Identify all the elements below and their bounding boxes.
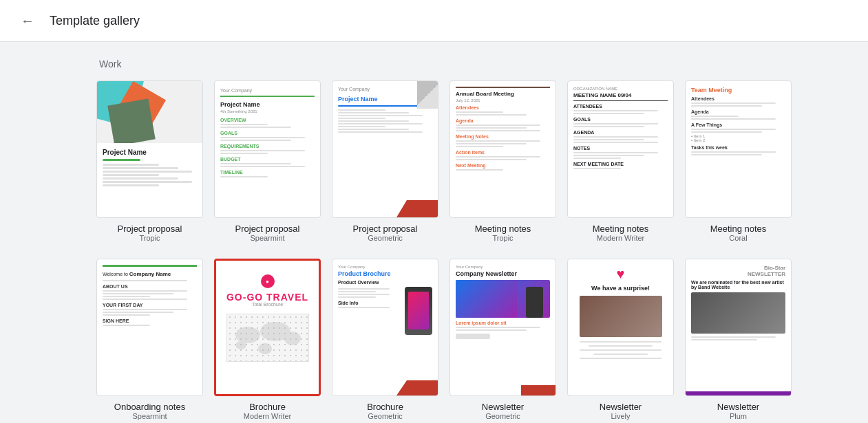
template-sub-news-geo: Geometric: [485, 412, 520, 420]
template-sub-mn-tropic: Tropic: [492, 234, 513, 242]
svg-point-2: [284, 332, 301, 345]
template-item-mn-mw[interactable]: ORGANIZATION NAME MEETING NAME 09/04 ATT…: [567, 80, 674, 242]
template-name-pp-tropic: Project proposal: [118, 224, 182, 234]
app-container: ← Template gallery Work Project Name: [0, 0, 868, 423]
svg-point-4: [235, 341, 246, 349]
template-item-mn-coral[interactable]: Team Meeting Attendees Agenda A Few Thin…: [685, 80, 792, 242]
template-name-mn-mw: Meeting notes: [593, 224, 649, 234]
template-thumb-broch-mw[interactable]: ● GO-GO TRAVEL Total Brochure: [214, 259, 321, 396]
template-thumb-mn-coral[interactable]: Team Meeting Attendees Agenda A Few Thin…: [685, 80, 792, 218]
template-thumb-pp-geo[interactable]: Your Company Project Name: [332, 80, 438, 218]
header: ← Template gallery: [0, 0, 868, 42]
brand-name: GO-GO TRAVEL: [226, 292, 308, 302]
templates-row-1: Project Name Project proposal Tropic: [96, 80, 772, 242]
template-name-news-lively: Newsletter: [600, 402, 642, 412]
svg-point-3: [258, 343, 272, 354]
template-item-onboard[interactable]: Welcome to Company Name ABOUT US YOUR FI…: [96, 259, 203, 420]
template-item-pp-tropic[interactable]: Project Name Project proposal Tropic: [96, 80, 203, 242]
template-item-broch-mw[interactable]: ● GO-GO TRAVEL Total Brochure: [214, 259, 321, 420]
template-name-pp-geo: Project proposal: [353, 224, 418, 234]
svg-point-0: [235, 327, 260, 343]
template-sub-onboard: Spearmint: [132, 412, 167, 420]
template-thumb-pp-spearmint[interactable]: Your Company Project Name 4th Something …: [214, 80, 321, 218]
template-item-news-plum[interactable]: Bio-StarNEWSLETTER We are nominated for …: [685, 259, 792, 420]
template-name-mn-coral: Meeting notes: [710, 224, 767, 234]
template-item-news-geo[interactable]: Your Company Company Newsletter Lorem ip…: [449, 259, 556, 420]
templates-row-2: Welcome to Company Name ABOUT US YOUR FI…: [96, 259, 772, 420]
template-item-pp-spearmint[interactable]: Your Company Project Name 4th Something …: [214, 80, 321, 242]
template-thumb-mn-tropic[interactable]: Annual Board Meeting July 12, 2021 Atten…: [449, 80, 556, 218]
template-thumb-news-geo[interactable]: Your Company Company Newsletter Lorem ip…: [449, 259, 556, 396]
map-graphic: [226, 314, 309, 362]
template-sub-pp-tropic: Tropic: [139, 234, 160, 242]
template-sub-mn-coral: Coral: [729, 234, 747, 242]
template-item-broch-geo[interactable]: Your Company Product Brochure Product Ov…: [332, 259, 438, 420]
section-label-work: Work: [99, 58, 772, 69]
template-name-mn-tropic: Meeting notes: [475, 224, 531, 234]
template-sub-pp-geo: Geometric: [368, 234, 403, 242]
page-title: Template gallery: [50, 14, 140, 28]
template-thumb-news-lively[interactable]: ♥ We have a surprise!: [567, 259, 674, 396]
template-sub-broch-geo: Geometric: [368, 412, 403, 420]
template-sub-news-plum: Plum: [730, 412, 747, 420]
template-thumb-news-plum[interactable]: Bio-StarNEWSLETTER We are nominated for …: [685, 259, 792, 396]
template-name-onboard: Onboarding notes: [114, 402, 185, 412]
brand-sub: Total Brochure: [252, 302, 283, 307]
template-name-news-plum: Newsletter: [717, 402, 759, 412]
heart-icon: ♥: [617, 266, 625, 282]
template-sub-pp-spearmint: Spearmint: [250, 234, 284, 242]
content-area: Work Project Name: [0, 42, 868, 423]
template-thumb-broch-geo[interactable]: Your Company Product Brochure Product Ov…: [332, 259, 438, 396]
template-name-news-geo: Newsletter: [482, 402, 524, 412]
template-thumb-mn-mw[interactable]: ORGANIZATION NAME MEETING NAME 09/04 ATT…: [567, 80, 674, 218]
template-item-mn-tropic[interactable]: Annual Board Meeting July 12, 2021 Atten…: [449, 80, 556, 242]
template-thumb-pp-tropic[interactable]: Project Name: [96, 80, 203, 218]
back-button[interactable]: ←: [17, 10, 39, 32]
template-name-broch-mw: Brochure: [249, 402, 286, 412]
template-item-news-lively[interactable]: ♥ We have a surprise! Newsletter Lively: [567, 259, 674, 420]
template-sub-news-lively: Lively: [611, 412, 630, 420]
template-name-broch-geo: Brochure: [367, 402, 403, 412]
template-name-pp-spearmint: Project proposal: [235, 224, 300, 234]
template-sub-mn-mw: Modern Writer: [597, 234, 644, 242]
template-sub-broch-mw: Modern Writer: [244, 412, 291, 420]
template-thumb-onboard[interactable]: Welcome to Company Name ABOUT US YOUR FI…: [96, 259, 203, 396]
template-item-pp-geo[interactable]: Your Company Project Name: [332, 80, 438, 242]
brand-logo: ●: [261, 274, 275, 288]
